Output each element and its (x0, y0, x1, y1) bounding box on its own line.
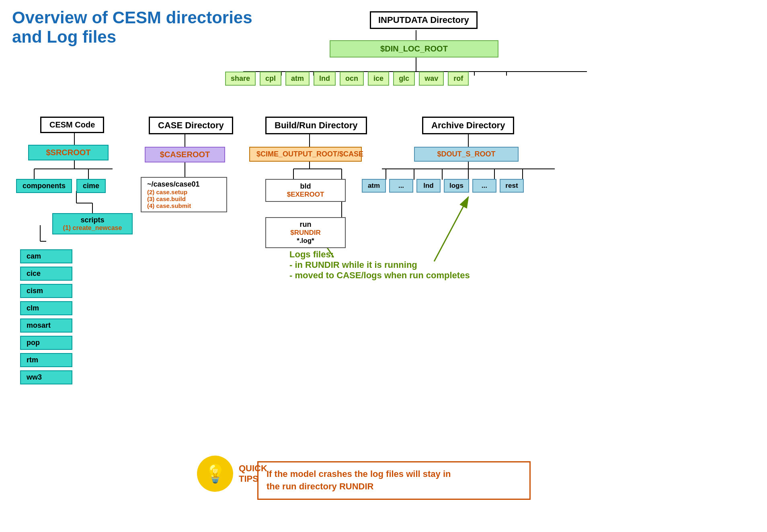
dout-s-root-box: $DOUT_S_ROOT (414, 147, 519, 162)
page-title: Overview of CESM directories and Log fil… (12, 8, 252, 47)
case-directory-box: CASE Directory (149, 117, 233, 134)
comp-mosart: mosart (20, 318, 72, 333)
cesm-code-box: CESM Code (40, 117, 104, 133)
exeroot-label: $EXEROOT (272, 191, 339, 199)
rundir-label: $RUNDIR (272, 229, 339, 237)
subdir-atm: atm (285, 72, 310, 86)
archive-lnd: lnd (416, 179, 441, 193)
comp-cism: cism (20, 284, 72, 298)
cime-output-box: $CIME_OUTPUT_ROOT/$CASE (249, 147, 362, 162)
subdir-rof: rof (448, 72, 469, 86)
inputdata-subdirs: share cpl atm lnd ocn ice glc wav rof (225, 72, 469, 86)
archive-atm: atm (362, 179, 386, 193)
bulb-icon: 💡 (197, 456, 233, 492)
scripts-box: scripts (1) create_newcase (52, 213, 133, 234)
crash-line2: the run directory RUNDIR (267, 481, 521, 493)
case-build: (3) case.build (147, 195, 221, 202)
archive-ellipsis2: ... (472, 179, 496, 193)
logs-line2: - moved to CASE/logs when run completes (289, 270, 470, 281)
logs-title: Logs files: (289, 249, 470, 260)
create-newcase-label: (1) create_newcase (59, 224, 126, 232)
archive-directory-box: Archive Directory (422, 117, 514, 134)
bld-box: bld $EXEROOT (265, 179, 346, 202)
cime-box: cime (76, 179, 106, 193)
components-box: components (16, 179, 72, 193)
crash-info-box: If the model crashes the log files will … (257, 461, 531, 500)
archive-subdirs: atm ... lnd logs ... rest (362, 179, 524, 193)
archive-ellipsis1: ... (389, 179, 413, 193)
cases-box: ~/cases/case01 (2) case.setup (3) case.b… (141, 177, 227, 212)
archive-logs: logs (444, 179, 469, 193)
cases-path: ~/cases/case01 (147, 180, 221, 189)
subdir-share: share (225, 72, 256, 86)
subdir-cpl: cpl (260, 72, 281, 86)
case-submit: (4) case.submit (147, 202, 221, 209)
logs-annotation: Logs files: - in RUNDIR while it is runn… (289, 249, 470, 281)
subdir-glc: glc (393, 72, 415, 86)
comp-pop: pop (20, 336, 72, 350)
comp-cice: cice (20, 267, 72, 281)
run-box: run $RUNDIR *.log* (265, 217, 346, 248)
caseroot-box: $CASEROOT (145, 147, 225, 162)
case-setup: (2) case.setup (147, 189, 221, 195)
buildrun-directory-box: Build/Run Directory (265, 117, 367, 134)
scripts-label: scripts (59, 216, 126, 224)
log-label: *.log* (272, 237, 339, 245)
run-label: run (272, 220, 339, 229)
archive-rest: rest (500, 179, 524, 193)
comp-ww3: ww3 (20, 370, 72, 384)
crash-line1: If the model crashes the log files will … (267, 468, 521, 481)
subdir-ocn: ocn (340, 72, 364, 86)
component-list: cam cice cism clm mosart pop rtm ww3 (20, 249, 72, 384)
subdir-wav: wav (419, 72, 444, 86)
bld-label: bld (272, 182, 339, 191)
inputdata-directory-box: INPUTDATA Directory (370, 11, 478, 29)
din-loc-root-box: $DIN_LOC_ROOT (330, 40, 498, 58)
comp-clm: clm (20, 301, 72, 315)
quick-tips: 💡 QUICK TIPS (197, 456, 267, 492)
comp-rtm: rtm (20, 353, 72, 367)
comp-cam: cam (20, 249, 72, 263)
srcroot-box: $SRCROOT (28, 145, 109, 160)
subdir-lnd: lnd (314, 72, 336, 86)
logs-line1: - in RUNDIR while it is running (289, 260, 470, 270)
subdir-ice: ice (368, 72, 389, 86)
